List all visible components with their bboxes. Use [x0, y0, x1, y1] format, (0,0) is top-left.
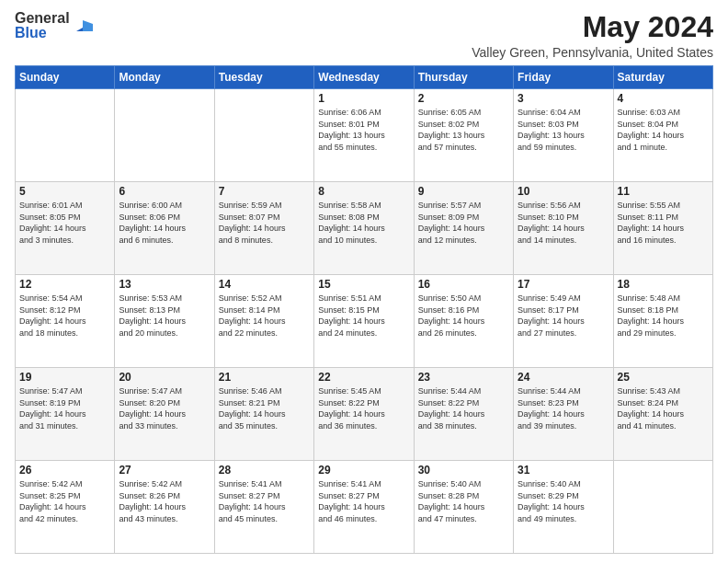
day-cell: 1Sunrise: 6:06 AM Sunset: 8:01 PM Daylig…	[314, 89, 414, 182]
day-number: 31	[518, 464, 609, 477]
day-cell: 2Sunrise: 6:05 AM Sunset: 8:02 PM Daylig…	[414, 89, 513, 182]
day-info: Sunrise: 5:42 AM Sunset: 8:26 PM Dayligh…	[119, 478, 210, 524]
day-number: 24	[518, 371, 609, 384]
week-row-0: 1Sunrise: 6:06 AM Sunset: 8:01 PM Daylig…	[16, 89, 713, 182]
day-number: 29	[318, 464, 409, 477]
day-cell: 29Sunrise: 5:41 AM Sunset: 8:27 PM Dayli…	[314, 461, 414, 554]
day-number: 12	[19, 278, 110, 291]
col-wednesday: Wednesday	[314, 66, 414, 89]
day-cell: 17Sunrise: 5:49 AM Sunset: 8:17 PM Dayli…	[514, 275, 613, 368]
day-number: 21	[219, 371, 310, 384]
calendar-table: Sunday Monday Tuesday Wednesday Thursday…	[15, 65, 713, 554]
day-cell: 21Sunrise: 5:46 AM Sunset: 8:21 PM Dayli…	[214, 368, 313, 461]
day-number: 26	[19, 464, 110, 477]
day-cell: 8Sunrise: 5:58 AM Sunset: 8:08 PM Daylig…	[314, 182, 414, 275]
day-info: Sunrise: 5:43 AM Sunset: 8:24 PM Dayligh…	[618, 385, 709, 431]
day-info: Sunrise: 5:56 AM Sunset: 8:10 PM Dayligh…	[518, 200, 609, 246]
day-cell: 22Sunrise: 5:45 AM Sunset: 8:22 PM Dayli…	[314, 368, 414, 461]
day-info: Sunrise: 6:06 AM Sunset: 8:01 PM Dayligh…	[318, 107, 409, 153]
day-number: 5	[19, 185, 110, 198]
col-sunday: Sunday	[16, 66, 115, 89]
logo-icon	[73, 15, 93, 35]
day-cell: 16Sunrise: 5:50 AM Sunset: 8:16 PM Dayli…	[414, 275, 513, 368]
day-info: Sunrise: 5:51 AM Sunset: 8:15 PM Dayligh…	[318, 293, 409, 339]
day-info: Sunrise: 5:58 AM Sunset: 8:08 PM Dayligh…	[318, 200, 409, 246]
day-number: 19	[19, 371, 110, 384]
day-info: Sunrise: 5:46 AM Sunset: 8:21 PM Dayligh…	[219, 385, 310, 431]
day-cell: 14Sunrise: 5:52 AM Sunset: 8:14 PM Dayli…	[214, 275, 313, 368]
page: General Blue May 2024 Valley Green, Penn…	[0, 0, 728, 563]
day-info: Sunrise: 6:00 AM Sunset: 8:06 PM Dayligh…	[119, 200, 210, 246]
day-cell: 10Sunrise: 5:56 AM Sunset: 8:10 PM Dayli…	[514, 182, 613, 275]
day-number: 17	[518, 278, 609, 291]
day-number: 14	[219, 278, 310, 291]
day-info: Sunrise: 6:01 AM Sunset: 8:05 PM Dayligh…	[19, 200, 110, 246]
day-cell: 23Sunrise: 5:44 AM Sunset: 8:22 PM Dayli…	[414, 368, 513, 461]
week-row-2: 12Sunrise: 5:54 AM Sunset: 8:12 PM Dayli…	[16, 275, 713, 368]
day-cell: 31Sunrise: 5:40 AM Sunset: 8:29 PM Dayli…	[514, 461, 613, 554]
day-info: Sunrise: 6:05 AM Sunset: 8:02 PM Dayligh…	[418, 107, 509, 153]
day-cell	[16, 89, 115, 182]
day-cell: 19Sunrise: 5:47 AM Sunset: 8:19 PM Dayli…	[16, 368, 115, 461]
day-cell: 12Sunrise: 5:54 AM Sunset: 8:12 PM Dayli…	[16, 275, 115, 368]
logo-general: General	[15, 11, 70, 26]
day-cell: 26Sunrise: 5:42 AM Sunset: 8:25 PM Dayli…	[16, 461, 115, 554]
day-info: Sunrise: 5:41 AM Sunset: 8:27 PM Dayligh…	[219, 478, 310, 524]
day-number: 30	[418, 464, 509, 477]
day-number: 28	[219, 464, 310, 477]
day-cell: 13Sunrise: 5:53 AM Sunset: 8:13 PM Dayli…	[115, 275, 214, 368]
day-info: Sunrise: 5:47 AM Sunset: 8:19 PM Dayligh…	[19, 385, 110, 431]
day-cell	[214, 89, 313, 182]
col-monday: Monday	[115, 66, 214, 89]
day-number: 27	[119, 464, 210, 477]
day-number: 11	[618, 185, 709, 198]
day-cell	[613, 461, 712, 554]
day-info: Sunrise: 5:59 AM Sunset: 8:07 PM Dayligh…	[219, 200, 310, 246]
day-number: 22	[318, 371, 409, 384]
day-number: 6	[119, 185, 210, 198]
day-info: Sunrise: 5:57 AM Sunset: 8:09 PM Dayligh…	[418, 200, 509, 246]
day-info: Sunrise: 5:45 AM Sunset: 8:22 PM Dayligh…	[318, 385, 409, 431]
day-number: 2	[418, 92, 509, 105]
day-info: Sunrise: 5:54 AM Sunset: 8:12 PM Dayligh…	[19, 293, 110, 339]
day-cell: 24Sunrise: 5:44 AM Sunset: 8:23 PM Dayli…	[514, 368, 613, 461]
col-thursday: Thursday	[414, 66, 513, 89]
day-info: Sunrise: 5:50 AM Sunset: 8:16 PM Dayligh…	[418, 293, 509, 339]
day-cell: 11Sunrise: 5:55 AM Sunset: 8:11 PM Dayli…	[613, 182, 712, 275]
day-number: 15	[318, 278, 409, 291]
day-cell: 15Sunrise: 5:51 AM Sunset: 8:15 PM Dayli…	[314, 275, 414, 368]
week-row-4: 26Sunrise: 5:42 AM Sunset: 8:25 PM Dayli…	[16, 461, 713, 554]
day-info: Sunrise: 5:55 AM Sunset: 8:11 PM Dayligh…	[618, 200, 709, 246]
day-number: 13	[119, 278, 210, 291]
day-info: Sunrise: 5:44 AM Sunset: 8:23 PM Dayligh…	[518, 385, 609, 431]
day-number: 3	[518, 92, 609, 105]
day-cell: 27Sunrise: 5:42 AM Sunset: 8:26 PM Dayli…	[115, 461, 214, 554]
day-number: 25	[618, 371, 709, 384]
day-info: Sunrise: 5:44 AM Sunset: 8:22 PM Dayligh…	[418, 385, 509, 431]
day-info: Sunrise: 5:41 AM Sunset: 8:27 PM Dayligh…	[318, 478, 409, 524]
calendar-body: 1Sunrise: 6:06 AM Sunset: 8:01 PM Daylig…	[16, 89, 713, 554]
day-info: Sunrise: 5:42 AM Sunset: 8:25 PM Dayligh…	[19, 478, 110, 524]
day-info: Sunrise: 5:48 AM Sunset: 8:18 PM Dayligh…	[618, 293, 709, 339]
day-number: 20	[119, 371, 210, 384]
day-number: 18	[618, 278, 709, 291]
day-cell: 3Sunrise: 6:04 AM Sunset: 8:03 PM Daylig…	[514, 89, 613, 182]
day-info: Sunrise: 5:53 AM Sunset: 8:13 PM Dayligh…	[119, 293, 210, 339]
day-cell: 25Sunrise: 5:43 AM Sunset: 8:24 PM Dayli…	[613, 368, 712, 461]
week-row-3: 19Sunrise: 5:47 AM Sunset: 8:19 PM Dayli…	[16, 368, 713, 461]
col-saturday: Saturday	[613, 66, 712, 89]
col-friday: Friday	[514, 66, 613, 89]
day-info: Sunrise: 5:49 AM Sunset: 8:17 PM Dayligh…	[518, 293, 609, 339]
day-number: 1	[318, 92, 409, 105]
day-number: 16	[418, 278, 509, 291]
title-block: May 2024 Valley Green, Pennsylvania, Uni…	[472, 11, 713, 60]
col-tuesday: Tuesday	[214, 66, 313, 89]
day-number: 4	[618, 92, 709, 105]
month-title: May 2024	[472, 11, 713, 43]
day-cell: 5Sunrise: 6:01 AM Sunset: 8:05 PM Daylig…	[16, 182, 115, 275]
day-number: 23	[418, 371, 509, 384]
header: General Blue May 2024 Valley Green, Penn…	[15, 11, 713, 60]
day-cell: 9Sunrise: 5:57 AM Sunset: 8:09 PM Daylig…	[414, 182, 513, 275]
day-number: 10	[518, 185, 609, 198]
day-cell: 28Sunrise: 5:41 AM Sunset: 8:27 PM Dayli…	[214, 461, 313, 554]
